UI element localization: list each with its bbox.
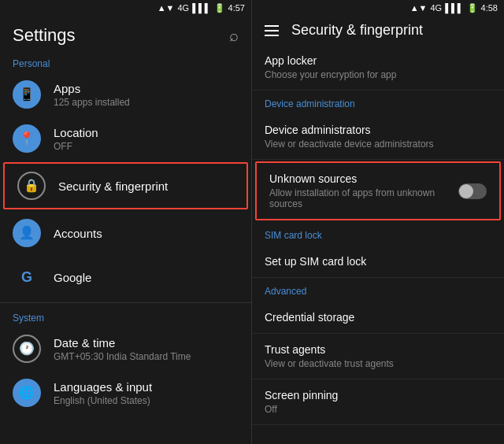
unknown-sources-toggle[interactable] xyxy=(458,183,487,199)
right-4g-indicator: 4G xyxy=(431,3,443,13)
left-4g-indicator: 4G xyxy=(178,3,190,13)
app-locker-subtitle: Choose your encryption for app xyxy=(265,69,491,80)
unknown-sources-title: Unknown sources xyxy=(269,172,458,185)
right-item-setup-sim-lock[interactable]: Set up SIM card lock xyxy=(252,246,504,278)
right-signal-icon: ▌▌▌ xyxy=(445,3,463,13)
toggle-knob xyxy=(459,184,473,198)
language-subtitle: English (United States) xyxy=(54,395,152,406)
device-admins-title: Device administrators xyxy=(265,124,491,136)
google-icon: G xyxy=(13,263,41,291)
google-text: Google xyxy=(54,271,91,284)
google-title: Google xyxy=(54,271,91,284)
apps-title: Apps xyxy=(54,82,130,95)
right-status-bar: ▲▼ 4G ▌▌▌ 🔋 4:58 xyxy=(252,0,504,16)
unknown-sources-subtitle: Allow installation of apps from unknown … xyxy=(269,187,458,209)
device-admins-subtitle: View or deactivate device administrators xyxy=(265,139,491,150)
language-icon: 🌐 xyxy=(13,379,41,407)
credential-storage-title: Credential storage xyxy=(265,311,491,324)
right-item-credential-storage[interactable]: Credential storage xyxy=(252,302,504,334)
divider-system xyxy=(0,302,251,303)
trust-agents-title: Trust agents xyxy=(265,343,491,356)
apps-text: Apps 125 apps installed xyxy=(54,82,130,108)
left-time: 4:57 xyxy=(228,3,245,13)
unknown-sources-text: Unknown sources Allow installation of ap… xyxy=(269,172,458,209)
setup-sim-lock-title: Set up SIM card lock xyxy=(265,255,491,268)
menu-item-security[interactable]: 🔒 Security & fingerprint xyxy=(3,162,248,209)
datetime-subtitle: GMT+05:30 India Standard Time xyxy=(54,351,191,362)
personal-section-label: Personal xyxy=(0,52,251,72)
screen-pinning-subtitle: Off xyxy=(265,404,491,415)
settings-title: Settings xyxy=(13,25,76,46)
apps-icon: 📱 xyxy=(13,80,41,109)
advanced-section-label: Advanced xyxy=(252,278,504,302)
sim-card-lock-section-label: SIM card lock xyxy=(252,222,504,246)
menu-item-apps[interactable]: 📱 Apps 125 apps installed xyxy=(0,72,251,117)
right-item-trust-agents[interactable]: Trust agents View or deactivate trust ag… xyxy=(252,334,504,379)
device-admin-section-label: Device administration xyxy=(252,91,504,114)
datetime-icon: 🕐 xyxy=(13,335,41,363)
accounts-text: Accounts xyxy=(54,227,102,240)
apps-subtitle: 125 apps installed xyxy=(54,97,130,108)
security-text: Security & fingerprint xyxy=(58,179,168,193)
right-item-app-locker[interactable]: App locker Choose your encryption for ap… xyxy=(252,45,504,91)
menu-item-google[interactable]: G Google xyxy=(0,255,251,299)
language-title: Languages & input xyxy=(54,380,152,394)
datetime-title: Date & time xyxy=(54,336,191,350)
right-item-screen-pinning[interactable]: Screen pinning Off xyxy=(252,379,504,425)
security-icon: 🔒 xyxy=(17,172,46,200)
menu-item-language[interactable]: 🌐 Languages & input English (United Stat… xyxy=(0,371,251,415)
right-panel: ▲▼ 4G ▌▌▌ 🔋 4:58 Security & fingerprint … xyxy=(252,0,504,444)
left-panel: ▲▼ 4G ▌▌▌ 🔋 4:57 Settings ⌕ Personal 📱 A… xyxy=(0,0,252,444)
menu-item-accounts[interactable]: 👤 Accounts xyxy=(0,211,251,255)
left-network-indicator: ▲▼ xyxy=(158,3,175,13)
trust-agents-subtitle: View or deactivate trust agents xyxy=(265,358,491,369)
security-title: Security & fingerprint xyxy=(58,179,168,193)
datetime-text: Date & time GMT+05:30 India Standard Tim… xyxy=(54,336,191,362)
screen-pinning-title: Screen pinning xyxy=(265,389,491,401)
right-item-unknown-sources[interactable]: Unknown sources Allow installation of ap… xyxy=(255,161,501,220)
left-battery-icon: 🔋 xyxy=(214,3,225,13)
right-time: 4:58 xyxy=(481,3,498,13)
right-network-indicator: ▲▼ xyxy=(410,3,428,13)
language-text: Languages & input English (United States… xyxy=(54,380,152,406)
right-panel-title: Security & fingerprint xyxy=(291,22,423,39)
right-panel-header: Security & fingerprint xyxy=(252,16,504,45)
menu-item-location[interactable]: 📍 Location OFF xyxy=(0,117,251,161)
location-subtitle: OFF xyxy=(54,141,98,152)
menu-item-datetime[interactable]: 🕐 Date & time GMT+05:30 India Standard T… xyxy=(0,327,251,371)
location-title: Location xyxy=(54,126,98,139)
search-icon[interactable]: ⌕ xyxy=(229,27,239,45)
hamburger-menu[interactable] xyxy=(265,25,279,36)
location-text: Location OFF xyxy=(54,126,98,152)
settings-header: Settings ⌕ xyxy=(0,16,251,52)
left-status-bar: ▲▼ 4G ▌▌▌ 🔋 4:57 xyxy=(0,0,251,16)
accounts-icon: 👤 xyxy=(13,219,41,247)
right-battery-icon: 🔋 xyxy=(467,3,478,13)
location-icon: 📍 xyxy=(13,124,41,153)
right-content: App locker Choose your encryption for ap… xyxy=(252,45,504,444)
system-section-label: System xyxy=(0,306,251,327)
accounts-title: Accounts xyxy=(54,227,102,240)
left-signal-icon: ▌▌▌ xyxy=(192,3,210,13)
app-locker-title: App locker xyxy=(265,54,491,67)
right-item-device-admins[interactable]: Device administrators View or deactivate… xyxy=(252,114,504,160)
